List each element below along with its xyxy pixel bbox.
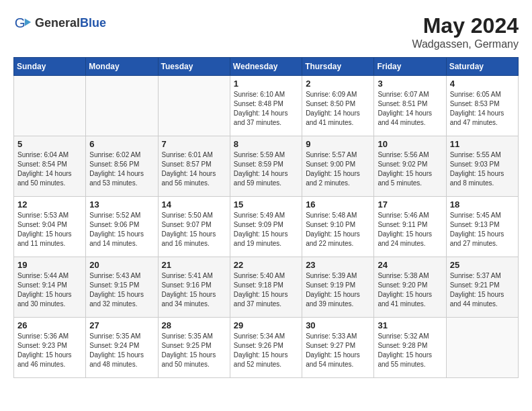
day-number: 20 bbox=[89, 260, 154, 270]
cell-details: Sunrise: 5:52 AMSunset: 9:06 PMDaylight:… bbox=[89, 211, 154, 248]
day-number: 22 bbox=[234, 260, 298, 270]
day-number: 1 bbox=[234, 79, 298, 89]
day-number: 11 bbox=[450, 139, 515, 149]
day-number: 29 bbox=[234, 320, 298, 330]
calendar-cell: 11Sunrise: 5:55 AMSunset: 9:03 PMDayligh… bbox=[446, 136, 518, 197]
day-number: 21 bbox=[162, 260, 226, 270]
cell-details: Sunrise: 5:35 AMSunset: 9:24 PMDaylight:… bbox=[89, 332, 154, 369]
cell-details: Sunrise: 5:59 AMSunset: 8:59 PMDaylight:… bbox=[234, 150, 298, 188]
cell-details: Sunrise: 6:09 AMSunset: 8:50 PMDaylight:… bbox=[306, 90, 370, 128]
calendar-cell: 30Sunrise: 5:33 AMSunset: 9:27 PMDayligh… bbox=[302, 318, 374, 378]
day-number: 2 bbox=[306, 79, 370, 89]
week-row-2: 5Sunrise: 6:04 AMSunset: 8:54 PMDaylight… bbox=[14, 136, 519, 197]
day-number: 13 bbox=[89, 199, 154, 210]
day-number: 26 bbox=[17, 320, 82, 330]
calendar-cell: 13Sunrise: 5:52 AMSunset: 9:06 PMDayligh… bbox=[86, 197, 158, 257]
cell-details: Sunrise: 5:56 AMSunset: 9:02 PMDaylight:… bbox=[378, 150, 442, 188]
week-row-5: 26Sunrise: 5:36 AMSunset: 9:23 PMDayligh… bbox=[14, 318, 519, 378]
cell-details: Sunrise: 6:05 AMSunset: 8:53 PMDaylight:… bbox=[450, 90, 515, 128]
day-number: 5 bbox=[17, 139, 82, 149]
cell-details: Sunrise: 5:46 AMSunset: 9:11 PMDaylight:… bbox=[378, 211, 442, 248]
cell-details: Sunrise: 5:38 AMSunset: 9:20 PMDaylight:… bbox=[378, 271, 442, 309]
header-day-thursday: Thursday bbox=[302, 58, 374, 76]
cell-details: Sunrise: 5:57 AMSunset: 9:00 PMDaylight:… bbox=[306, 150, 370, 188]
calendar-cell: 23Sunrise: 5:39 AMSunset: 9:19 PMDayligh… bbox=[302, 257, 374, 318]
calendar-cell: 29Sunrise: 5:34 AMSunset: 9:26 PMDayligh… bbox=[230, 318, 302, 378]
calendar-cell: 14Sunrise: 5:50 AMSunset: 9:07 PMDayligh… bbox=[158, 197, 230, 257]
calendar-cell: 18Sunrise: 5:45 AMSunset: 9:13 PMDayligh… bbox=[446, 197, 518, 257]
cell-details: Sunrise: 5:39 AMSunset: 9:19 PMDaylight:… bbox=[306, 271, 370, 309]
day-number: 23 bbox=[306, 260, 370, 270]
cell-details: Sunrise: 5:45 AMSunset: 9:13 PMDaylight:… bbox=[450, 211, 515, 248]
cell-details: Sunrise: 5:32 AMSunset: 9:28 PMDaylight:… bbox=[378, 332, 442, 369]
calendar-cell: 1Sunrise: 6:10 AMSunset: 8:48 PMDaylight… bbox=[230, 76, 302, 136]
cell-details: Sunrise: 5:48 AMSunset: 9:10 PMDaylight:… bbox=[306, 211, 370, 248]
svg-text:G: G bbox=[15, 15, 26, 30]
day-number: 19 bbox=[17, 260, 82, 270]
calendar-cell: 15Sunrise: 5:49 AMSunset: 9:09 PMDayligh… bbox=[230, 197, 302, 257]
cell-details: Sunrise: 5:41 AMSunset: 9:16 PMDaylight:… bbox=[162, 271, 226, 309]
logo-general: General bbox=[35, 16, 80, 30]
week-row-4: 19Sunrise: 5:44 AMSunset: 9:14 PMDayligh… bbox=[14, 257, 519, 318]
calendar-table: SundayMondayTuesdayWednesdayThursdayFrid… bbox=[13, 57, 519, 378]
calendar-cell: 2Sunrise: 6:09 AMSunset: 8:50 PMDaylight… bbox=[302, 76, 374, 136]
day-number: 31 bbox=[378, 320, 442, 330]
day-number: 16 bbox=[306, 199, 370, 210]
calendar-cell: 19Sunrise: 5:44 AMSunset: 9:14 PMDayligh… bbox=[14, 257, 86, 318]
day-number: 25 bbox=[450, 260, 515, 270]
cell-details: Sunrise: 5:43 AMSunset: 9:15 PMDaylight:… bbox=[89, 271, 154, 309]
month-year: May 2024 bbox=[412, 13, 519, 38]
calendar-cell: 24Sunrise: 5:38 AMSunset: 9:20 PMDayligh… bbox=[374, 257, 446, 318]
header-day-monday: Monday bbox=[86, 58, 158, 76]
calendar-cell bbox=[158, 76, 230, 136]
calendar-cell: 27Sunrise: 5:35 AMSunset: 9:24 PMDayligh… bbox=[86, 318, 158, 378]
logo: G GeneralBlue bbox=[13, 13, 106, 32]
week-row-1: 1Sunrise: 6:10 AMSunset: 8:48 PMDaylight… bbox=[14, 76, 519, 136]
calendar-cell: 12Sunrise: 5:53 AMSunset: 9:04 PMDayligh… bbox=[14, 197, 86, 257]
day-number: 30 bbox=[306, 320, 370, 330]
day-number: 18 bbox=[450, 199, 515, 210]
logo-blue: Blue bbox=[80, 16, 106, 30]
header-day-friday: Friday bbox=[374, 58, 446, 76]
cell-details: Sunrise: 5:44 AMSunset: 9:14 PMDaylight:… bbox=[17, 271, 82, 309]
page-header: G GeneralBlue May 2024 Wadgassen, German… bbox=[13, 13, 519, 50]
day-number: 12 bbox=[17, 199, 82, 210]
day-number: 14 bbox=[162, 199, 226, 210]
calendar-body: 1Sunrise: 6:10 AMSunset: 8:48 PMDaylight… bbox=[14, 76, 519, 378]
calendar-cell: 26Sunrise: 5:36 AMSunset: 9:23 PMDayligh… bbox=[14, 318, 86, 378]
calendar-cell bbox=[86, 76, 158, 136]
cell-details: Sunrise: 5:53 AMSunset: 9:04 PMDaylight:… bbox=[17, 211, 82, 248]
cell-details: Sunrise: 5:34 AMSunset: 9:26 PMDaylight:… bbox=[234, 332, 298, 369]
calendar-cell bbox=[446, 318, 518, 378]
calendar-cell: 4Sunrise: 6:05 AMSunset: 8:53 PMDaylight… bbox=[446, 76, 518, 136]
calendar-cell: 3Sunrise: 6:07 AMSunset: 8:51 PMDaylight… bbox=[374, 76, 446, 136]
header-day-tuesday: Tuesday bbox=[158, 58, 230, 76]
day-number: 10 bbox=[378, 139, 442, 149]
calendar-cell: 21Sunrise: 5:41 AMSunset: 9:16 PMDayligh… bbox=[158, 257, 230, 318]
cell-details: Sunrise: 6:01 AMSunset: 8:57 PMDaylight:… bbox=[162, 150, 226, 188]
day-number: 24 bbox=[378, 260, 442, 270]
calendar-cell: 7Sunrise: 6:01 AMSunset: 8:57 PMDaylight… bbox=[158, 136, 230, 197]
calendar-cell: 31Sunrise: 5:32 AMSunset: 9:28 PMDayligh… bbox=[374, 318, 446, 378]
cell-details: Sunrise: 6:04 AMSunset: 8:54 PMDaylight:… bbox=[17, 150, 82, 188]
day-number: 28 bbox=[162, 320, 226, 330]
calendar-cell: 10Sunrise: 5:56 AMSunset: 9:02 PMDayligh… bbox=[374, 136, 446, 197]
calendar-cell: 9Sunrise: 5:57 AMSunset: 9:00 PMDaylight… bbox=[302, 136, 374, 197]
cell-details: Sunrise: 6:07 AMSunset: 8:51 PMDaylight:… bbox=[378, 90, 442, 128]
cell-details: Sunrise: 5:40 AMSunset: 9:18 PMDaylight:… bbox=[234, 271, 298, 309]
calendar-cell: 16Sunrise: 5:48 AMSunset: 9:10 PMDayligh… bbox=[302, 197, 374, 257]
calendar-cell: 8Sunrise: 5:59 AMSunset: 8:59 PMDaylight… bbox=[230, 136, 302, 197]
header-day-sunday: Sunday bbox=[14, 58, 86, 76]
header-row: SundayMondayTuesdayWednesdayThursdayFrid… bbox=[14, 58, 519, 76]
title-block: May 2024 Wadgassen, Germany bbox=[412, 13, 519, 50]
day-number: 4 bbox=[450, 79, 515, 89]
cell-details: Sunrise: 6:02 AMSunset: 8:56 PMDaylight:… bbox=[89, 150, 154, 188]
week-row-3: 12Sunrise: 5:53 AMSunset: 9:04 PMDayligh… bbox=[14, 197, 519, 257]
day-number: 9 bbox=[306, 139, 370, 149]
day-number: 17 bbox=[378, 199, 442, 210]
cell-details: Sunrise: 6:10 AMSunset: 8:48 PMDaylight:… bbox=[234, 90, 298, 128]
calendar-cell: 5Sunrise: 6:04 AMSunset: 8:54 PMDaylight… bbox=[14, 136, 86, 197]
location: Wadgassen, Germany bbox=[412, 38, 519, 50]
day-number: 8 bbox=[234, 139, 298, 149]
cell-details: Sunrise: 5:33 AMSunset: 9:27 PMDaylight:… bbox=[306, 332, 370, 369]
